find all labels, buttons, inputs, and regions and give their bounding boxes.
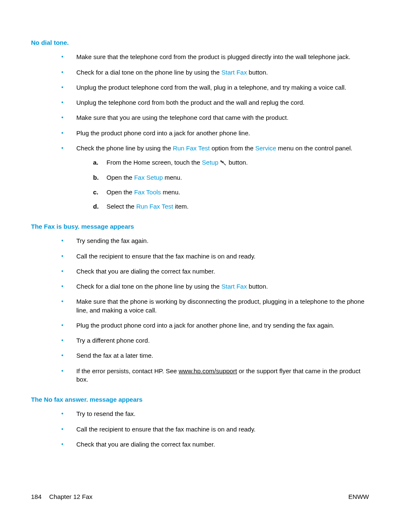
list-item: Make sure that the telephone cord from t… (61, 53, 369, 61)
list-item: Send the fax at a later time. (61, 351, 369, 360)
step-label: b. (93, 173, 99, 182)
bullet-text: Make sure that the phone is working by d… (76, 298, 364, 313)
section-heading-no-dial-tone: No dial tone. (31, 39, 369, 47)
list-item: Check for a dial tone on the phone line … (61, 282, 369, 291)
bullet-text: Check that you are dialing the correct f… (76, 441, 215, 448)
bullet-text: Unplug the product telephone cord from t… (76, 84, 346, 91)
list-item: If the error persists, contact HP. See w… (61, 367, 369, 384)
bullet-text: Try a different phone cord. (76, 337, 150, 344)
list-item: Check that you are dialing the correct f… (61, 267, 369, 276)
ui-term: Run Fax Test (173, 145, 210, 152)
list-item: Make sure that you are using the telepho… (61, 114, 369, 122)
bullet-text: If the error persists, contact HP. See (76, 367, 179, 374)
page-number: 184 (31, 493, 42, 500)
bullet-text: Plug the product phone cord into a jack … (76, 129, 250, 137)
ui-term: Run Fax Test (136, 203, 173, 210)
list-item: Try to resend the fax. (61, 410, 369, 418)
bullet-text: Make sure that you are using the telepho… (76, 114, 288, 121)
wrench-icon (220, 159, 227, 168)
step-text: From the Home screen, touch the (106, 159, 202, 166)
bullet-list: Try sending the fax again. Call the reci… (61, 237, 369, 384)
bullet-text: Try sending the fax again. (76, 237, 148, 244)
bullet-text: Check the phone line by using the (76, 145, 173, 152)
bullet-text: button. (247, 283, 268, 290)
list-item: Try a different phone cord. (61, 336, 369, 345)
step-item: c. Open the Fax Tools menu. (93, 188, 369, 196)
step-item: d. Select the Run Fax Test item. (93, 202, 369, 211)
ui-term: Start Fax (221, 69, 247, 76)
footer-right: ENWW (348, 493, 369, 501)
ui-term: Start Fax (221, 283, 247, 290)
step-text: button. (229, 159, 248, 166)
bullet-text: Try to resend the fax. (76, 410, 135, 417)
bullet-text: Check for a dial tone on the phone line … (76, 283, 221, 290)
bullet-text: Plug the product phone cord into a jack … (76, 322, 334, 329)
list-item: Call the recipient to ensure that the fa… (61, 425, 369, 434)
step-item: b. Open the Fax Setup menu. (93, 173, 369, 182)
list-item: Check the phone line by using the Run Fa… (61, 144, 369, 211)
page-footer: 184 Chapter 12 Fax ENWW (0, 493, 400, 501)
bullet-text: Unplug the telephone cord from both the … (76, 99, 305, 106)
step-text: menu. (163, 174, 182, 181)
bullet-text: Call the recipient to ensure that the fa… (76, 426, 255, 433)
ui-term: Fax Tools (134, 189, 161, 196)
list-item: Plug the product phone cord into a jack … (61, 321, 369, 330)
list-item: Try sending the fax again. (61, 237, 369, 245)
section-heading-fax-busy: The Fax is busy. message appears (31, 222, 369, 231)
list-item: Make sure that the phone is working by d… (61, 297, 369, 315)
bullet-list: Try to resend the fax. Call the recipien… (61, 410, 369, 449)
bullet-text: Call the recipient to ensure that the fa… (76, 253, 255, 260)
step-text: Open the (106, 174, 134, 181)
list-item: Plug the product phone cord into a jack … (61, 129, 369, 137)
list-item: Unplug the telephone cord from both the … (61, 98, 369, 107)
page-content: No dial tone. Make sure that the telepho… (0, 0, 400, 449)
bullet-list: Make sure that the telephone cord from t… (61, 53, 369, 211)
ui-term: Fax Setup (134, 174, 163, 181)
list-item: Check that you are dialing the correct f… (61, 440, 369, 449)
list-item: Unplug the product telephone cord from t… (61, 83, 369, 92)
bullet-text: button. (247, 69, 268, 76)
step-text: menu. (161, 189, 180, 196)
list-item: Call the recipient to ensure that the fa… (61, 252, 369, 261)
bullet-text: Check for a dial tone on the phone line … (76, 69, 221, 76)
ui-term: Setup (202, 159, 218, 166)
step-label: d. (93, 202, 99, 211)
step-label: a. (93, 158, 99, 167)
support-link[interactable]: www.hp.com/support (179, 367, 237, 374)
footer-left: 184 Chapter 12 Fax (31, 493, 93, 501)
bullet-text: Make sure that the telephone cord from t… (76, 53, 351, 60)
step-text: Open the (106, 189, 134, 196)
bullet-text: menu on the control panel. (276, 145, 353, 152)
bullet-text: Check that you are dialing the correct f… (76, 268, 215, 275)
step-text: Select the (106, 203, 136, 210)
bullet-text: Send the fax at a later time. (76, 352, 153, 359)
step-item: a. From the Home screen, touch the Setup… (93, 158, 369, 168)
list-item: Check for a dial tone on the phone line … (61, 68, 369, 77)
chapter-label: Chapter 12 Fax (49, 493, 92, 500)
step-list: a. From the Home screen, touch the Setup… (93, 158, 369, 211)
section-heading-no-fax-answer: The No fax answer. message appears (31, 395, 369, 404)
bullet-text: option from the (210, 145, 255, 152)
step-text: item. (173, 203, 189, 210)
ui-term: Service (255, 145, 276, 152)
step-label: c. (93, 188, 99, 196)
